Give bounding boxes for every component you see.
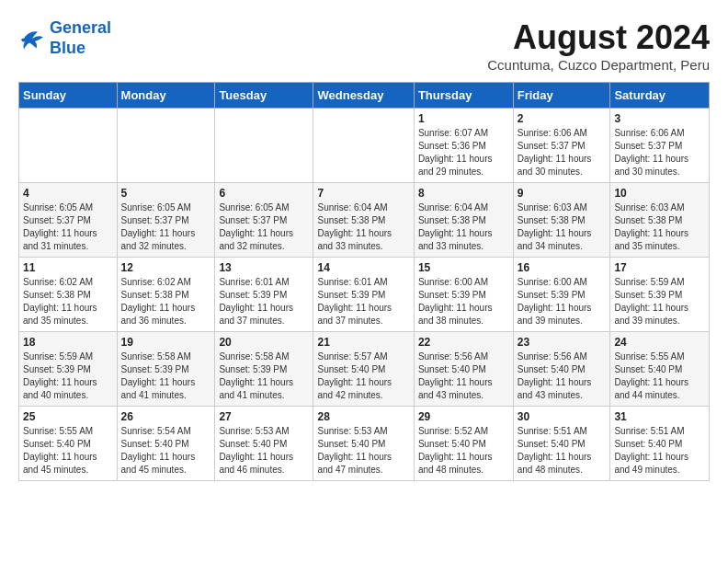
location: Ccuntuma, Cuzco Department, Peru bbox=[487, 57, 710, 73]
weekday-header: Tuesday bbox=[215, 83, 313, 109]
calendar-cell: 1Sunrise: 6:07 AMSunset: 5:36 PMDaylight… bbox=[414, 109, 513, 183]
calendar-cell: 28Sunrise: 5:53 AMSunset: 5:40 PMDayligh… bbox=[313, 407, 414, 481]
calendar-cell: 31Sunrise: 5:51 AMSunset: 5:40 PMDayligh… bbox=[610, 407, 710, 481]
calendar-week-row: 4Sunrise: 6:05 AMSunset: 5:37 PMDaylight… bbox=[19, 183, 710, 258]
day-info: Sunrise: 5:59 AMSunset: 5:39 PMDaylight:… bbox=[614, 276, 705, 327]
day-number: 20 bbox=[219, 336, 309, 349]
day-info: Sunrise: 6:06 AMSunset: 5:37 PMDaylight:… bbox=[518, 127, 607, 178]
day-info: Sunrise: 6:02 AMSunset: 5:38 PMDaylight:… bbox=[121, 276, 211, 327]
calendar-week-row: 11Sunrise: 6:02 AMSunset: 5:38 PMDayligh… bbox=[19, 258, 710, 332]
calendar-cell: 25Sunrise: 5:55 AMSunset: 5:40 PMDayligh… bbox=[19, 407, 118, 481]
calendar-cell: 10Sunrise: 6:03 AMSunset: 5:38 PMDayligh… bbox=[610, 183, 710, 258]
day-info: Sunrise: 6:02 AMSunset: 5:38 PMDaylight:… bbox=[23, 276, 113, 327]
calendar-cell bbox=[215, 109, 313, 183]
day-number: 5 bbox=[121, 187, 211, 200]
day-number: 19 bbox=[121, 336, 211, 349]
day-number: 1 bbox=[418, 112, 509, 125]
calendar-cell: 5Sunrise: 6:05 AMSunset: 5:37 PMDaylight… bbox=[117, 183, 215, 258]
day-number: 29 bbox=[418, 410, 509, 423]
calendar-cell: 3Sunrise: 6:06 AMSunset: 5:37 PMDaylight… bbox=[610, 109, 710, 183]
day-info: Sunrise: 6:05 AMSunset: 5:37 PMDaylight:… bbox=[121, 201, 211, 253]
day-number: 12 bbox=[121, 261, 211, 274]
logo-text: General Blue bbox=[50, 18, 111, 58]
day-info: Sunrise: 6:00 AMSunset: 5:39 PMDaylight:… bbox=[518, 276, 607, 327]
day-info: Sunrise: 6:03 AMSunset: 5:38 PMDaylight:… bbox=[614, 201, 705, 253]
calendar-cell bbox=[19, 109, 118, 183]
day-info: Sunrise: 5:56 AMSunset: 5:40 PMDaylight:… bbox=[518, 350, 607, 402]
day-info: Sunrise: 6:05 AMSunset: 5:37 PMDaylight:… bbox=[23, 201, 113, 253]
calendar-cell: 27Sunrise: 5:53 AMSunset: 5:40 PMDayligh… bbox=[215, 407, 313, 481]
day-info: Sunrise: 5:57 AMSunset: 5:40 PMDaylight:… bbox=[317, 350, 409, 402]
page-header: General Blue August 2024 Ccuntuma, Cuzco… bbox=[18, 18, 710, 73]
calendar-table: SundayMondayTuesdayWednesdayThursdayFrid… bbox=[18, 82, 710, 481]
day-number: 18 bbox=[23, 336, 113, 349]
day-info: Sunrise: 5:52 AMSunset: 5:40 PMDaylight:… bbox=[418, 425, 509, 477]
calendar-week-row: 25Sunrise: 5:55 AMSunset: 5:40 PMDayligh… bbox=[19, 407, 710, 481]
month-year: August 2024 bbox=[487, 18, 710, 57]
day-number: 25 bbox=[23, 410, 113, 423]
calendar-cell: 16Sunrise: 6:00 AMSunset: 5:39 PMDayligh… bbox=[513, 258, 610, 332]
day-number: 3 bbox=[614, 112, 705, 125]
calendar-cell: 6Sunrise: 6:05 AMSunset: 5:37 PMDaylight… bbox=[215, 183, 313, 258]
calendar-cell bbox=[313, 109, 414, 183]
day-info: Sunrise: 6:00 AMSunset: 5:39 PMDaylight:… bbox=[418, 276, 509, 327]
weekday-header: Wednesday bbox=[313, 83, 414, 109]
day-number: 23 bbox=[518, 336, 607, 349]
day-info: Sunrise: 5:53 AMSunset: 5:40 PMDaylight:… bbox=[219, 425, 309, 477]
calendar-cell: 20Sunrise: 5:58 AMSunset: 5:39 PMDayligh… bbox=[215, 332, 313, 407]
weekday-header: Monday bbox=[117, 83, 215, 109]
day-number: 4 bbox=[23, 187, 113, 200]
calendar-cell: 19Sunrise: 5:58 AMSunset: 5:39 PMDayligh… bbox=[117, 332, 215, 407]
day-info: Sunrise: 6:04 AMSunset: 5:38 PMDaylight:… bbox=[418, 201, 509, 253]
day-number: 11 bbox=[23, 261, 113, 274]
calendar-cell: 17Sunrise: 5:59 AMSunset: 5:39 PMDayligh… bbox=[610, 258, 710, 332]
calendar-cell: 11Sunrise: 6:02 AMSunset: 5:38 PMDayligh… bbox=[19, 258, 118, 332]
calendar-week-row: 18Sunrise: 5:59 AMSunset: 5:39 PMDayligh… bbox=[19, 332, 710, 407]
day-number: 8 bbox=[418, 187, 509, 200]
weekday-header: Friday bbox=[513, 83, 610, 109]
day-number: 14 bbox=[317, 261, 409, 274]
logo: General Blue bbox=[18, 18, 111, 58]
day-number: 6 bbox=[219, 187, 309, 200]
day-info: Sunrise: 5:53 AMSunset: 5:40 PMDaylight:… bbox=[317, 425, 409, 477]
day-number: 27 bbox=[219, 410, 309, 423]
weekday-header: Thursday bbox=[414, 83, 513, 109]
day-number: 28 bbox=[317, 410, 409, 423]
calendar-cell: 30Sunrise: 5:51 AMSunset: 5:40 PMDayligh… bbox=[513, 407, 610, 481]
day-number: 26 bbox=[121, 410, 211, 423]
calendar-cell bbox=[117, 109, 215, 183]
weekday-header: Sunday bbox=[19, 83, 118, 109]
calendar-cell: 22Sunrise: 5:56 AMSunset: 5:40 PMDayligh… bbox=[414, 332, 513, 407]
day-number: 22 bbox=[418, 336, 509, 349]
calendar-header-row: SundayMondayTuesdayWednesdayThursdayFrid… bbox=[19, 83, 710, 109]
day-number: 31 bbox=[614, 410, 705, 423]
day-number: 15 bbox=[418, 261, 509, 274]
day-info: Sunrise: 5:54 AMSunset: 5:40 PMDaylight:… bbox=[121, 425, 211, 477]
day-info: Sunrise: 5:59 AMSunset: 5:39 PMDaylight:… bbox=[23, 350, 113, 402]
weekday-header: Saturday bbox=[610, 83, 710, 109]
day-number: 16 bbox=[518, 261, 607, 274]
calendar-cell: 12Sunrise: 6:02 AMSunset: 5:38 PMDayligh… bbox=[117, 258, 215, 332]
title-block: August 2024 Ccuntuma, Cuzco Department, … bbox=[487, 18, 710, 73]
day-number: 2 bbox=[518, 112, 607, 125]
day-info: Sunrise: 6:04 AMSunset: 5:38 PMDaylight:… bbox=[317, 201, 409, 253]
calendar-cell: 29Sunrise: 5:52 AMSunset: 5:40 PMDayligh… bbox=[414, 407, 513, 481]
day-info: Sunrise: 6:03 AMSunset: 5:38 PMDaylight:… bbox=[518, 201, 607, 253]
day-info: Sunrise: 6:01 AMSunset: 5:39 PMDaylight:… bbox=[317, 276, 409, 327]
calendar-cell: 15Sunrise: 6:00 AMSunset: 5:39 PMDayligh… bbox=[414, 258, 513, 332]
day-info: Sunrise: 5:55 AMSunset: 5:40 PMDaylight:… bbox=[23, 425, 113, 477]
day-number: 24 bbox=[614, 336, 705, 349]
day-info: Sunrise: 5:58 AMSunset: 5:39 PMDaylight:… bbox=[121, 350, 211, 402]
day-info: Sunrise: 6:01 AMSunset: 5:39 PMDaylight:… bbox=[219, 276, 309, 327]
calendar-cell: 2Sunrise: 6:06 AMSunset: 5:37 PMDaylight… bbox=[513, 109, 610, 183]
day-number: 7 bbox=[317, 187, 409, 200]
calendar-cell: 8Sunrise: 6:04 AMSunset: 5:38 PMDaylight… bbox=[414, 183, 513, 258]
day-number: 30 bbox=[518, 410, 607, 423]
calendar-cell: 4Sunrise: 6:05 AMSunset: 5:37 PMDaylight… bbox=[19, 183, 118, 258]
calendar-cell: 18Sunrise: 5:59 AMSunset: 5:39 PMDayligh… bbox=[19, 332, 118, 407]
day-info: Sunrise: 5:51 AMSunset: 5:40 PMDaylight:… bbox=[518, 425, 607, 477]
day-number: 9 bbox=[518, 187, 607, 200]
calendar-cell: 14Sunrise: 6:01 AMSunset: 5:39 PMDayligh… bbox=[313, 258, 414, 332]
day-number: 10 bbox=[614, 187, 705, 200]
day-number: 21 bbox=[317, 336, 409, 349]
